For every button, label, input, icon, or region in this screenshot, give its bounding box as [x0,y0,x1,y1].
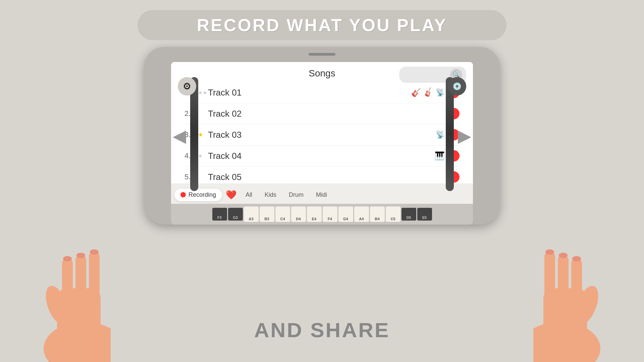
track-icons: 📡 [436,130,445,139]
track-item[interactable]: 4. ★ Track 04 🎹 [184,145,460,167]
piano-key-e5[interactable]: E5 [417,208,432,221]
piano-key-a3[interactable]: A3 [244,206,259,222]
piano-key-e4[interactable]: E4 [307,206,322,222]
top-banner-text: RECORD WHAT YOU PLAY [197,15,447,35]
bottom-tabs: Recording ❤️ All Kids Drum Midi [171,183,473,206]
favorites-tab[interactable]: ❤️ [224,187,238,202]
phone-screen: Songs 🔍 1. ★★ Track 01 [171,62,473,206]
phone-body: Songs 🔍 1. ★★ Track 01 [144,47,500,225]
svg-rect-14 [571,258,582,298]
piano-key-a4[interactable]: A4 [354,206,369,222]
midi-tab[interactable]: Midi [311,189,332,201]
piano-key-c5[interactable]: C5 [386,206,400,222]
broadcast2-icon: 📡 [436,130,445,139]
track-star: ★ [198,131,208,138]
track-icons: 🎸 🎸 📡 [411,88,445,97]
piano-key-f3[interactable]: F3 [212,208,227,221]
svg-rect-3 [75,255,86,298]
piano-key-d4[interactable]: D4 [291,206,306,222]
piano-key-b4[interactable]: B4 [370,206,385,222]
track-name: Track 02 [208,109,445,119]
top-banner: RECORD WHAT YOU PLAY [138,10,506,40]
svg-point-16 [545,249,554,255]
all-tab[interactable]: All [240,189,258,201]
nav-arrow-left-button[interactable]: ◀ [173,126,186,146]
svg-point-7 [90,249,99,255]
track-name: Track 04 [208,151,435,161]
piano-key-c4[interactable]: C4 [275,206,290,222]
left-arrow-icon: ◀ [173,126,186,145]
piano-key-b3[interactable]: B3 [260,206,274,222]
svg-point-6 [76,253,85,258]
track-item[interactable]: 1. ★★ Track 01 🎸 🎸 📡 [184,82,460,103]
svg-point-15 [559,253,568,258]
phone-notch [309,53,335,56]
svg-rect-4 [89,251,100,298]
songs-header: Songs 🔍 [171,62,473,82]
track-item[interactable]: 5. Track 05 [184,167,460,183]
disc-icon: 💿 [452,82,462,91]
gear-button[interactable]: ⚙ [178,77,196,96]
gear-icon: ⚙ [183,81,191,92]
phone-container: Songs 🔍 1. ★★ Track 01 [144,47,500,225]
track-star: ★★ [198,89,208,96]
bottom-banner-text: AND SHARE [254,318,390,342]
guitar2-icon: 🎸 [423,87,434,98]
hand-left [17,221,111,362]
piano-key-f4[interactable]: F4 [323,206,337,222]
track-item[interactable]: 3. ★ Track 03 📡 [184,124,460,145]
recording-tab[interactable]: Recording [174,189,222,201]
piano-key-g4[interactable]: G4 [338,206,353,222]
guitar-icon: 🎸 [411,88,421,97]
songs-title: Songs [309,68,335,79]
track-name: Track 01 [208,87,411,98]
track-icons: 🎹 [435,151,445,161]
svg-rect-13 [544,251,555,298]
track-item[interactable]: 2. Track 02 [184,103,460,124]
hand-right [533,221,627,362]
drum-tab[interactable]: Drum [283,189,309,201]
bottom-banner: AND SHARE [188,318,456,342]
track-name: Track 03 [208,130,436,140]
track-name: Track 05 [208,172,445,182]
piano-icon: 🎹 [435,151,445,161]
right-arrow-icon: ▶ [458,126,471,145]
disc-button[interactable]: 💿 [448,77,466,96]
piano-key-d5[interactable]: D5 [401,208,416,221]
svg-point-8 [63,256,72,261]
songs-panel: Songs 🔍 1. ★★ Track 01 [171,62,473,183]
track-star: ★ [198,153,208,159]
kids-tab[interactable]: Kids [259,189,282,201]
recording-label: Recording [189,191,216,198]
broadcast-icon: 📡 [436,88,445,97]
nav-arrow-right-button[interactable]: ▶ [458,126,471,146]
piano-area: F3 G3 A3 B3 C4 D4 E4 F4 G4 A4 B4 C5 D5 E… [171,204,473,225]
svg-rect-12 [558,255,569,298]
track-list: 1. ★★ Track 01 🎸 🎸 📡 [171,82,473,183]
svg-rect-5 [62,258,73,298]
piano-key-g3[interactable]: G3 [228,208,243,221]
svg-point-17 [572,256,581,261]
recording-dot [180,192,186,197]
